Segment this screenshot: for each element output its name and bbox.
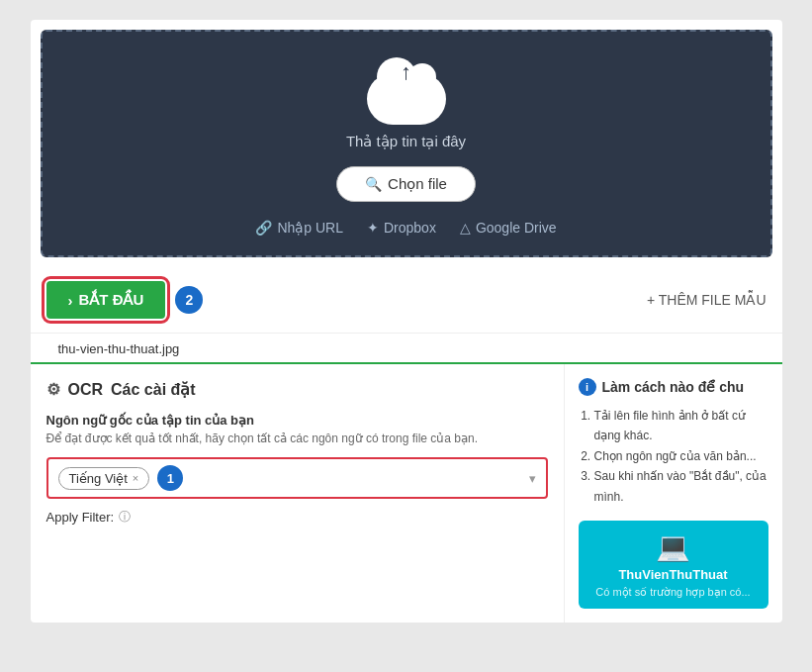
settings-label: Các cài đặt <box>111 380 196 399</box>
promo-sub: Có một số trường hợp bạn có... <box>595 586 750 599</box>
nhap-url-label: Nhập URL <box>277 220 343 236</box>
upload-options: 🔗 Nhập URL ✦ Dropbox △ Google Drive <box>62 220 751 236</box>
bat-dau-section: › BẮT ĐẦU 2 <box>46 281 204 319</box>
dropbox-link[interactable]: ✦ Dropbox <box>367 220 436 236</box>
upload-cloud-icon: ↑ <box>367 61 446 125</box>
file-tab-name: thu-vien-thu-thuat.jpg <box>58 341 180 356</box>
upload-area[interactable]: ↑ Thả tập tin tại đây 🔍 Chọn file 🔗 Nhập… <box>41 30 772 257</box>
file-tab-bar: thu-vien-thu-thuat.jpg <box>31 334 782 364</box>
dropbox-label: Dropbox <box>384 220 436 236</box>
remove-lang-icon[interactable]: × <box>133 472 138 484</box>
file-tab[interactable]: thu-vien-thu-thuat.jpg <box>46 334 192 364</box>
lang-select-wrap[interactable]: Tiếng Việt × 1 ▾ <box>46 457 548 499</box>
step-3: Sau khi nhấn vào "Bắt đầu", của mình. <box>594 466 768 507</box>
lang-section-title: Ngôn ngữ gốc của tập tin của bạn <box>46 413 548 428</box>
action-bar: › BẮT ĐẦU 2 + THÊM FILE MẪU <box>31 267 782 334</box>
lang-tag-viet[interactable]: Tiếng Việt × <box>58 467 150 490</box>
step-badge-2: 2 <box>175 286 203 314</box>
apply-filter-label: Apply Filter: <box>46 510 115 525</box>
promo-brand: ThuVienThuThuat <box>618 567 727 582</box>
lang-hint: Để đạt được kết quả tốt nhất, hãy chọn t… <box>46 432 548 445</box>
laptop-icon: 💻 <box>656 530 690 563</box>
them-file-mau-link[interactable]: + THÊM FILE MẪU <box>647 292 767 308</box>
nhap-url-link[interactable]: 🔗 Nhập URL <box>255 220 343 236</box>
search-icon: 🔍 <box>365 176 382 192</box>
info-icon: ⓘ <box>119 509 131 526</box>
how-to-title: i Làm cách nào để chu <box>579 378 768 396</box>
choose-file-button[interactable]: 🔍 Chọn file <box>336 166 476 202</box>
how-to-steps: Tải lên file hình ảnh ở bất cứ dạng khác… <box>579 406 768 507</box>
bat-dau-label: BẮT ĐẦU <box>79 291 144 309</box>
how-to-title-text: Làm cách nào để chu <box>602 379 745 395</box>
link-icon: 🔗 <box>255 220 272 236</box>
left-panel: ⚙ OCR Các cài đặt Ngôn ngữ gốc của tập t… <box>31 364 565 623</box>
drop-text: Thả tập tin tại đây <box>62 133 751 150</box>
apply-filter-section: Apply Filter: ⓘ <box>46 509 548 526</box>
google-drive-icon: △ <box>460 220 471 236</box>
step-1: Tải lên file hình ảnh ở bất cứ dạng khác… <box>594 406 768 446</box>
main-container: ↑ Thả tập tin tại đây 🔍 Chọn file 🔗 Nhập… <box>31 20 782 623</box>
settings-title: ⚙ OCR Các cài đặt <box>46 380 548 399</box>
bat-dau-button[interactable]: › BẮT ĐẦU <box>46 281 166 319</box>
lang-tag-label: Tiếng Việt <box>69 471 128 486</box>
bat-dau-arrow-icon: › <box>68 292 73 309</box>
them-file-label: + THÊM FILE MẪU <box>647 292 767 308</box>
content-area: ⚙ OCR Các cài đặt Ngôn ngữ gốc của tập t… <box>31 364 782 623</box>
gear-icon: ⚙ <box>46 380 60 399</box>
step-badge-1: 1 <box>157 465 183 491</box>
step-2: Chọn ngôn ngữ của văn bản... <box>594 446 768 466</box>
google-drive-label: Google Drive <box>476 220 557 236</box>
info-circle-icon: i <box>579 378 596 396</box>
choose-file-label: Chọn file <box>388 175 447 193</box>
dropdown-arrow-icon[interactable]: ▾ <box>529 471 536 486</box>
promo-banner[interactable]: 💻 ThuVienThuThuat Có một số trường hợp b… <box>579 521 768 609</box>
dropbox-icon: ✦ <box>367 220 379 236</box>
arrow-up-icon: ↑ <box>401 61 411 83</box>
right-panel: i Làm cách nào để chu Tải lên file hình … <box>565 364 782 623</box>
ocr-label: OCR <box>68 381 104 399</box>
google-drive-link[interactable]: △ Google Drive <box>460 220 557 236</box>
